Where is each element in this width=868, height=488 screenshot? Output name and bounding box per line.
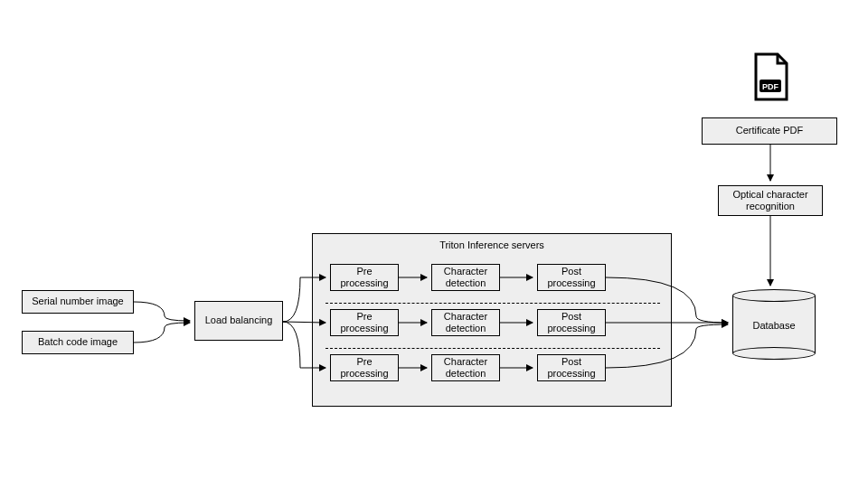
divider — [326, 303, 660, 304]
pre-processing-box: Pre processing — [330, 264, 399, 291]
load-balancing-box: Load balancing — [194, 301, 283, 341]
pre-processing-box: Pre processing — [330, 309, 399, 336]
diagram-stage: Serial number image Batch code image Loa… — [0, 0, 868, 488]
character-detection-box: Character detection — [431, 264, 500, 291]
svg-text:PDF: PDF — [762, 82, 779, 91]
serial-number-image-box: Serial number image — [22, 290, 134, 314]
character-detection-box: Character detection — [431, 309, 500, 336]
pre-processing-box: Pre processing — [330, 354, 399, 381]
divider — [326, 348, 660, 349]
pdf-file-icon: PDF — [749, 52, 792, 103]
batch-code-image-box: Batch code image — [22, 331, 134, 354]
post-processing-box: Post processing — [537, 309, 606, 336]
post-processing-box: Post processing — [537, 264, 606, 291]
post-processing-box: Post processing — [537, 354, 606, 381]
triton-title: Triton Inference servers — [313, 239, 671, 250]
certificate-pdf-box: Certificate PDF — [702, 117, 837, 145]
database-cylinder: Database — [732, 289, 816, 360]
character-detection-box: Character detection — [431, 354, 500, 381]
ocr-box: Optical character recognition — [718, 185, 823, 216]
database-label: Database — [732, 320, 816, 331]
